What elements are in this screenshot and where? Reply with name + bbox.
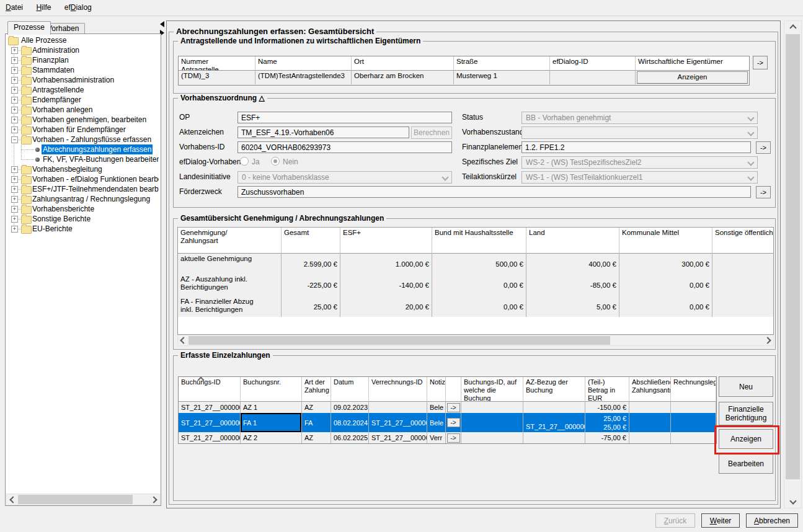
radio-nein[interactable]: Nein xyxy=(271,156,298,168)
tree-item[interactable]: Alle Prozesse xyxy=(6,35,159,45)
vorhabens-id-field[interactable]: 60204_VORHAB06293973 xyxy=(237,141,452,153)
col-header[interactable]: Ort xyxy=(352,56,454,71)
foerderzweck-field[interactable]: Zuschussvorhaben xyxy=(237,186,751,198)
tree-expand-icon[interactable]: + xyxy=(11,176,18,183)
splitter-collapse-icon[interactable] xyxy=(160,21,164,27)
col-header[interactable]: Nummer Antragstelle... xyxy=(179,56,255,71)
tree-item[interactable]: +Vorhabensadministration xyxy=(6,75,159,85)
open-note-button[interactable]: -> xyxy=(447,403,460,412)
zurueck-button[interactable]: Zurück xyxy=(655,513,695,528)
abbrechen-button[interactable]: Abbrechen xyxy=(746,513,798,528)
weiter-button[interactable]: Weiter xyxy=(701,513,740,528)
tree-item[interactable]: +Finanzplan xyxy=(6,55,159,65)
tab-prozesse[interactable]: Prozesse xyxy=(7,21,51,35)
table-row[interactable]: aktuelle Genehmigung2.599,00 €1.000,00 €… xyxy=(178,254,774,274)
col-header[interactable]: Wirtschaftliche Eigentümer xyxy=(636,56,749,71)
tree-item[interactable]: +EU-Berichte xyxy=(6,224,159,234)
menu-datei[interactable]: Datei xyxy=(0,0,29,14)
tree-item[interactable]: +ESF+/JTF-Teilnehmendendaten bearbeiten xyxy=(6,184,159,194)
scroll-left-icon[interactable] xyxy=(178,335,188,345)
tree-expand-icon[interactable]: + xyxy=(11,126,18,133)
col-header[interactable]: Art der Zahlung xyxy=(302,377,331,402)
finanzplanelement-field[interactable]: 1.2. FPE1.2 xyxy=(521,141,751,153)
status-select[interactable]: BB - Vorhaben genehmigt xyxy=(521,112,758,124)
teilaktionskuerzel-select[interactable]: WS-1 - (WS) TestTeilaktionkuerzel1 xyxy=(521,171,758,184)
tree-item[interactable]: +Antragstellende xyxy=(6,85,159,95)
col-header[interactable]: efDialog-ID xyxy=(550,56,636,71)
landesinitiative-select[interactable]: 0 - keine Vorhabensklasse xyxy=(237,171,452,184)
tree-item[interactable]: +Vorhaben für Endempfänger xyxy=(6,125,159,135)
tree-item[interactable]: +Stammdaten xyxy=(6,65,159,75)
main-vscrollbar[interactable] xyxy=(784,20,802,508)
scroll-up-icon[interactable] xyxy=(784,21,801,33)
table-row[interactable]: AZ - Auszahlung inkl. Berichtigungen-225… xyxy=(178,274,774,296)
tree-expand-icon[interactable]: + xyxy=(11,166,18,173)
scroll-right-icon[interactable] xyxy=(149,494,159,505)
menu-efdialog[interactable]: efDialog xyxy=(59,0,97,14)
anzeigen-button[interactable]: Anzeigen xyxy=(719,429,773,449)
spezifisches-ziel-select[interactable]: WS-2 - (WS) TestSpezifischesZiel2 xyxy=(521,156,758,169)
scroll-thumb[interactable] xyxy=(786,34,800,479)
berechnen-button[interactable]: Berechnen xyxy=(411,126,452,139)
tree-item[interactable]: Abrechnungszahlungen erfassen xyxy=(6,144,159,154)
tree-item[interactable]: +Vorhaben anlegen xyxy=(6,105,159,115)
col-header[interactable]: Buchungs-ID, auf welche die Buchung xyxy=(461,377,523,402)
tree-expand-icon[interactable]: + xyxy=(11,97,18,104)
col-header[interactable]: Datum xyxy=(331,377,369,402)
tree-item[interactable]: +Vorhaben - efDialog Funktionen bearbeit… xyxy=(6,174,159,184)
tree-item[interactable]: +Vorhaben genehmigen, bearbeiten xyxy=(6,115,159,125)
col-header[interactable]: Land xyxy=(526,228,619,254)
radio-ja-icon[interactable] xyxy=(240,157,249,166)
col-header[interactable]: Bund mit Haushaltsstelle xyxy=(432,228,526,254)
col-header[interactable]: (Teil-) Betrag in EUR xyxy=(585,377,629,402)
col-header[interactable]: Notiz xyxy=(427,377,446,402)
col-header[interactable]: Kommunale Mittel xyxy=(619,228,712,254)
tree-expand-icon[interactable]: + xyxy=(11,196,18,203)
tree-expand-icon[interactable]: + xyxy=(11,117,18,123)
tree-expand-icon[interactable]: + xyxy=(11,67,18,74)
scroll-thumb[interactable] xyxy=(18,495,133,504)
tree-hscrollbar[interactable] xyxy=(6,494,160,505)
applicant-detail-arrow-button[interactable]: -> xyxy=(753,56,768,69)
tree-expand-icon[interactable]: + xyxy=(11,57,18,64)
scroll-down-icon[interactable] xyxy=(784,496,801,508)
col-header[interactable]: Rechnungslegung xyxy=(671,377,716,402)
tree-expand-icon[interactable]: + xyxy=(11,186,18,193)
radio-nein-icon[interactable] xyxy=(271,157,280,166)
tree-expand-icon[interactable]: + xyxy=(11,226,18,233)
tree-expand-icon[interactable]: + xyxy=(11,87,18,94)
overview-hscrollbar[interactable] xyxy=(177,335,774,346)
col-header[interactable]: Name xyxy=(255,56,352,71)
tree-item[interactable]: +Endempfänger xyxy=(6,95,159,105)
neu-button[interactable]: Neu xyxy=(719,376,773,397)
table-row[interactable]: FA - Finanzieller Abzug inkl. Berichtigu… xyxy=(178,296,774,317)
tree-item[interactable]: +Zahlungsantrag / Rechnungslegung xyxy=(6,194,159,204)
tree-expand-icon[interactable]: + xyxy=(11,206,18,213)
col-header[interactable]: Gesamt xyxy=(282,228,340,254)
anzeigen-eigentuemer-button[interactable]: Anzeigen xyxy=(637,71,748,84)
col-header[interactable]: AZ-Bezug der Buchung xyxy=(523,377,585,402)
col-header[interactable]: Abschließender Zahlungsantrag xyxy=(629,377,671,402)
col-header[interactable]: Verrechnungs-ID xyxy=(369,377,427,402)
bearbeiten-button[interactable]: Bearbeiten xyxy=(719,453,773,474)
table-row[interactable]: ST_21_27__000000AZ 2AZ06.02.2025ST_21_27… xyxy=(179,432,716,443)
tree-item[interactable]: +Vorhabensbegleitung xyxy=(6,164,159,174)
tree-expand-icon[interactable]: + xyxy=(11,216,18,223)
open-note-button[interactable]: -> xyxy=(447,418,460,427)
vorhabenszustand-select[interactable] xyxy=(521,126,758,139)
tree-expand-icon[interactable]: + xyxy=(11,77,18,84)
tree-expand-icon[interactable]: + xyxy=(11,47,18,54)
col-header[interactable]: Genehmigung/ Zahlungsart xyxy=(178,228,282,254)
op-field[interactable]: ESF+ xyxy=(237,112,452,123)
tree-expand-icon[interactable]: + xyxy=(11,107,18,113)
open-note-button[interactable]: -> xyxy=(447,433,460,443)
col-header[interactable]: Straße xyxy=(454,56,550,71)
scroll-thumb[interactable] xyxy=(189,336,610,345)
scroll-right-icon[interactable] xyxy=(763,335,773,345)
table-row[interactable]: ST_21_27__000000FA 1FA08.02.2024ST_21_27… xyxy=(179,413,716,432)
col-header[interactable]: ESF+ xyxy=(340,228,432,254)
col-header[interactable]: Buchungsnr. xyxy=(241,377,302,402)
table-row[interactable]: (TDM)_3 (TDM)TestAntragstellende3 Oberha… xyxy=(179,71,749,84)
foerderzweck-arrow-button[interactable]: -> xyxy=(756,186,771,198)
finanzplanelement-arrow-button[interactable]: -> xyxy=(756,141,771,154)
